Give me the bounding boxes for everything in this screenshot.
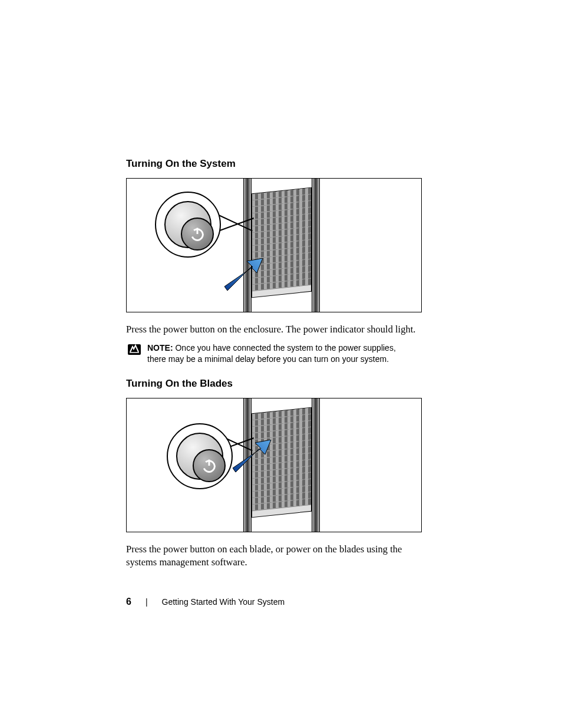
pointer-arrow-icon [224,258,266,294]
note-body: Once you have connected the system to th… [147,343,396,364]
svg-marker-7 [233,440,271,472]
power-button-callout [155,192,221,258]
power-button-callout [167,423,233,489]
body-text-system: Press the power button on the enclosure.… [126,323,427,335]
svg-marker-2 [224,258,263,291]
note-block: NOTE: Once you have connected the system… [126,342,427,365]
power-icon [189,226,206,242]
note-icon [126,344,143,355]
footer-separator: | [146,597,148,607]
pointer-arrow-icon [233,440,274,475]
page-footer: 6 | Getting Started With Your System [126,597,285,607]
page-number: 6 [126,597,131,607]
figure-power-on-system [126,178,422,312]
body-text-blades: Press the power button on each blade, or… [126,543,427,568]
footer-title: Getting Started With Your System [162,597,285,607]
note-label: NOTE: [147,343,173,353]
section-heading-blades: Turning On the Blades [126,378,427,390]
section-heading-system: Turning On the System [126,158,427,170]
figure-power-on-blades [126,398,422,532]
power-icon [201,457,217,474]
svg-rect-3 [128,344,141,355]
